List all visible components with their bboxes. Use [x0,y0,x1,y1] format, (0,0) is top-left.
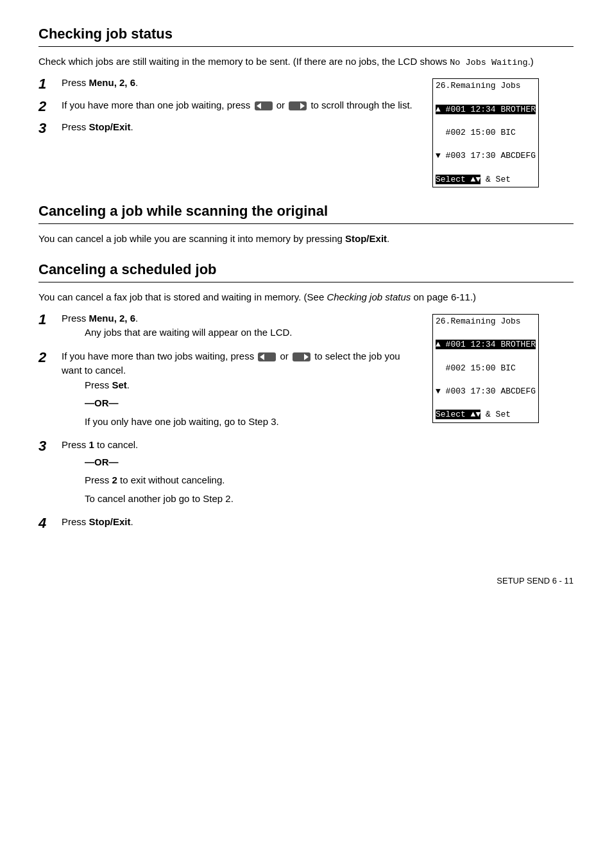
section1-lcd: 26.Remaining Jobs ▲ #001 12:34 BROTHER #… [432,78,539,187]
s3-step2-or: —OR— [85,396,420,411]
step1-number: 1 [38,76,62,92]
lcd2-line4: ▼ #003 17:30 ABCDEFG [436,386,536,397]
section2-title: Canceling a job while scanning the origi… [38,203,574,220]
section3-step1: 1 Press Menu, 2, 6. Any jobs that are wa… [38,311,420,344]
section3-steps-area: 1 Press Menu, 2, 6. Any jobs that are wa… [38,311,574,537]
s3-step2-content: If you have more than two jobs waiting, … [62,349,420,433]
s3-step1-bold: Menu, 2, 6 [89,313,136,324]
s3-step4-content: Press Stop/Exit. [62,515,420,530]
section2-divider [38,223,574,224]
section1-step1: 1 Press Menu, 2, 6. [38,76,420,92]
s3-step3-sub2: To cancel another job go to Step 2. [85,492,420,507]
section3-lcd: 26.Remaining Jobs ▲ #001 12:34 BROTHER #… [432,314,539,423]
arrow-left-icon [255,101,273,110]
s3-step3-bold1: 1 [89,439,94,450]
s3-step3-bold2: 2 [112,474,117,485]
section2-stop-exit: Stop/Exit [345,233,387,244]
step2-content: If you have more than one job waiting, p… [62,98,420,113]
step3-number: 3 [38,120,62,137]
s3-step4-bold: Stop/Exit [89,516,131,527]
lcd1-line2: ▲ #001 12:34 BROTHER [436,104,536,116]
section3-intro: You can cancel a fax job that is stored … [38,290,574,305]
section3-title: Canceling a scheduled job [38,261,574,278]
section1-lcd-area: 26.Remaining Jobs ▲ #001 12:34 BROTHER #… [432,76,574,187]
section3-steps-left: 1 Press Menu, 2, 6. Any jobs that are wa… [38,311,420,537]
lcd1-line5: Select ▲▼ & Set [436,174,536,186]
s3-step4-number: 4 [38,515,62,532]
s3-step1-sub: Any jobs that are waiting will appear on… [85,326,420,340]
section3-step2: 2 If you have more than two jobs waiting… [38,349,420,433]
section1-step2: 2 If you have more than one job waiting,… [38,98,420,115]
section3-lcd-area: 26.Remaining Jobs ▲ #001 12:34 BROTHER #… [432,311,574,423]
section1-intro: Check which jobs are still waiting in th… [38,55,574,69]
s3-step3-number: 3 [38,438,62,455]
step3-bold: Stop/Exit [89,121,131,132]
lcd2-line5: Select ▲▼ & Set [436,409,536,421]
s3-step2-sub1: Press Set. [85,378,420,393]
section3-divider [38,282,574,282]
section1-step3: 3 Press Stop/Exit. [38,120,420,137]
s3-step3-sub1: Press 2 to exit without canceling. [85,473,420,488]
section3-intro-italic: Checking job status [327,291,411,302]
step2-number: 2 [38,98,62,115]
lcd2-line1: 26.Remaining Jobs [436,316,536,327]
section1-divider [38,46,574,47]
s3-step3-or: —OR— [85,455,420,470]
section1-steps-left: 1 Press Menu, 2, 6. 2 If you have more t… [38,76,420,142]
step1-content: Press Menu, 2, 6. [62,76,420,91]
section3-step3: 3 Press 1 to cancel. —OR— Press 2 to exi… [38,438,420,510]
section3-step4: 4 Press Stop/Exit. [38,515,420,532]
section1-steps-area: 1 Press Menu, 2, 6. 2 If you have more t… [38,76,574,187]
lcd2-line3: #002 15:00 BIC [436,363,536,374]
lcd2-line2: ▲ #001 12:34 BROTHER [436,339,536,351]
s3-arrow-right-icon [293,352,310,361]
step3-content: Press Stop/Exit. [62,120,420,135]
section1-intro-code: No Jobs Waiting [450,58,528,67]
step1-bold: Menu, 2, 6 [89,77,136,88]
lcd1-line4: ▼ #003 17:30 ABCDEFG [436,150,536,162]
lcd1-line3: #002 15:00 BIC [436,127,536,139]
s3-step1-content: Press Menu, 2, 6. Any jobs that are wait… [62,311,420,344]
section-checking-job-status: Checking job status Check which jobs are… [38,26,574,187]
s3-step2-set: Set [112,379,127,390]
section-canceling-scanning: Canceling a job while scanning the origi… [38,203,574,247]
s3-step1-number: 1 [38,311,62,328]
lcd1-line1: 26.Remaining Jobs [436,80,536,92]
s3-step3-content: Press 1 to cancel. —OR— Press 2 to exit … [62,438,420,510]
section2-para: You can cancel a job while you are scann… [38,232,574,247]
footer: SETUP SEND 6 - 11 [38,576,574,586]
s3-step2-number: 2 [38,349,62,366]
s3-arrow-left-icon [258,352,276,361]
footer-text: SETUP SEND 6 - 11 [497,576,574,586]
section1-title: Checking job status [38,26,574,42]
section-canceling-scheduled: Canceling a scheduled job You can cancel… [38,261,574,537]
arrow-right-icon [289,101,307,110]
s3-step2-sub2: If you only have one job waiting, go to … [85,415,420,430]
